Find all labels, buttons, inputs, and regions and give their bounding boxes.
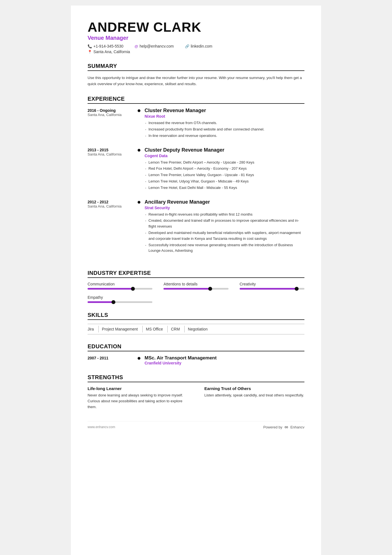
exp-left-0: 2016 - Ongoing Santa Ana, California: [88, 108, 136, 146]
skill-bar-fill-1: [163, 288, 210, 290]
exp-content-2: Ancillary Revenue Manager Strat Security…: [142, 199, 304, 255]
email-address: help@enhancv.com: [140, 44, 174, 48]
phone-icon: 📞: [88, 44, 92, 48]
education-title: EDUCATION: [88, 343, 304, 351]
skills-tags: JiraProject ManagementMS OfficeCRMNegoti…: [88, 324, 304, 334]
exp-dot-0: [138, 109, 140, 112]
candidate-name: ANDREW CLARK: [88, 19, 304, 35]
linkedin-icon: 🔗: [185, 44, 189, 48]
bullet-item: Red Fox Hotel, Delhi Airport – Aerocity …: [145, 166, 304, 172]
exp-role-2: Ancillary Revenue Manager: [145, 199, 304, 205]
skill-bar-item-2: Creativity: [240, 282, 304, 290]
education-section: EDUCATION 2007 - 2011 MSc. Air Transport…: [88, 343, 304, 365]
summary-title: SUMMARY: [88, 63, 304, 71]
skill-tag-0: Jira: [88, 326, 99, 332]
contact-row-1: 📞 +1-914-345-5530 @ help@enhancv.com 🔗 l…: [88, 44, 304, 48]
skill-bar-fill-2: [240, 288, 297, 290]
bullet-item: Reversed in-flight revenues into profita…: [145, 212, 304, 218]
skill-bar-fill-0: [88, 288, 133, 290]
edu-left-0: 2007 - 2011: [88, 355, 136, 365]
experience-grid: 2016 - Ongoing Santa Ana, California Clu…: [88, 108, 304, 261]
strength-text-0: Never done learning and always seeking t…: [88, 393, 188, 410]
candidate-title: Venue Manager: [88, 35, 304, 41]
exp-left-2: 2012 - 2012 Santa Ana, California: [88, 199, 136, 261]
exp-company-0: Nixue Root: [145, 114, 304, 119]
expertise-title: INDUSTRY EXPERTISE: [88, 270, 304, 278]
exp-content-1: Cluster Deputy Revenue Manager Cogent Da…: [142, 147, 304, 191]
strength-item-0: Life-long Learner Never done learning an…: [88, 386, 188, 410]
edu-dates-0: 2007 - 2011: [88, 355, 136, 360]
bullet-item: Lemon Tree Premier, Delhi Airport – Aero…: [145, 160, 304, 166]
skill-tag-4: Negotiation: [188, 326, 212, 332]
bullet-item: Lemon Tree Hotel, Udyog Vihar, Gurgaon -…: [145, 179, 304, 184]
skill-bar-label-2: Creativity: [240, 282, 304, 286]
skill-bar-item-1: Attentions to details: [163, 282, 228, 290]
experience-title: EXPERIENCE: [88, 96, 304, 104]
bullet-item: Developed and maintained mutually benefi…: [145, 230, 304, 242]
skill-bar-dot-3: [111, 300, 115, 304]
bullet-item: Successfully introduced new revenue gene…: [145, 242, 304, 254]
linkedin-url: linkedin.com: [191, 44, 212, 48]
skill-bar-track-3: [88, 301, 152, 303]
phone-number: +1-914-345-5530: [93, 44, 123, 48]
strengths-section: STRENGTHS Life-long Learner Never done l…: [88, 374, 304, 410]
skill-bar-label-1: Attentions to details: [163, 282, 228, 286]
edu-dot-0: [138, 357, 140, 360]
skill-tag-3: CRM: [171, 326, 185, 332]
exp-dates-0: 2016 - Ongoing: [88, 108, 136, 113]
skills-title: SKILLS: [88, 312, 304, 320]
exp-company-2: Strat Security: [145, 206, 304, 210]
skill-bar-label-0: Communication: [88, 282, 152, 286]
skill-tag-2: MS Office: [146, 326, 168, 332]
edu-content-0: MSc. Air Transport Management Cranfield …: [142, 355, 304, 365]
exp-bullets-2: Reversed in-flight revenues into profita…: [145, 212, 304, 254]
skill-bar-dot-2: [295, 287, 299, 291]
skills-section: SKILLS JiraProject ManagementMS OfficeCR…: [88, 312, 304, 334]
exp-role-0: Cluster Revenue Manager: [145, 108, 304, 114]
education-grid: 2007 - 2011 MSc. Air Transport Managemen…: [88, 355, 304, 365]
exp-bullets-1: Lemon Tree Premier, Delhi Airport – Aero…: [145, 160, 304, 191]
exp-bullets-0: Increased the revenue from OTA channels.…: [145, 120, 304, 139]
strength-title-1: Earning Trust of Others: [204, 386, 304, 391]
exp-dot-2: [138, 201, 140, 204]
skills-bars: Communication Attentions to details Crea…: [88, 282, 304, 303]
footer: www.enhancv.com Powered by ∞ Enhancv: [88, 421, 304, 430]
exp-dates-1: 2013 - 2015: [88, 147, 136, 152]
skill-bar-track-2: [240, 288, 304, 290]
strengths-grid: Life-long Learner Never done learning an…: [88, 386, 304, 410]
footer-website: www.enhancv.com: [88, 425, 115, 429]
brand-logo-icon: ∞: [285, 424, 288, 430]
skill-bar-item-0: Communication: [88, 282, 152, 290]
header: ANDREW CLARK Venue Manager 📞 +1-914-345-…: [88, 19, 304, 54]
edu-school-0: Cranfield University: [145, 361, 304, 365]
location-contact: 📍 Santa Ana, California: [88, 50, 130, 54]
exp-left-1: 2013 - 2015 Santa Ana, California: [88, 147, 136, 198]
email-icon: @: [135, 44, 138, 48]
exp-location-0: Santa Ana, California: [88, 113, 136, 117]
edu-degree-0: MSc. Air Transport Management: [145, 355, 304, 361]
skill-bar-fill-3: [88, 301, 113, 303]
footer-brand: Powered by ∞ Enhancv: [263, 424, 304, 430]
bullet-item: Increased the revenue from OTA channels.: [145, 120, 304, 126]
strengths-title: STRENGTHS: [88, 374, 304, 382]
expertise-section: INDUSTRY EXPERTISE Communication Attenti…: [88, 270, 304, 303]
summary-section: SUMMARY Use this opportunity to intrigue…: [88, 63, 304, 87]
skill-bar-dot-1: [208, 287, 212, 291]
summary-text: Use this opportunity to intrigue and dra…: [88, 75, 304, 87]
skill-bar-item-3: Empathy: [88, 295, 152, 303]
brand-name: Enhancv: [290, 425, 304, 429]
skill-bar-dot-0: [131, 287, 135, 291]
exp-content-0: Cluster Revenue Manager Nixue Root Incre…: [142, 108, 304, 139]
email-contact: @ help@enhancv.com: [135, 44, 174, 48]
contact-row-2: 📍 Santa Ana, California: [88, 50, 304, 54]
skill-tag-1: Project Management: [102, 326, 143, 332]
exp-location-1: Santa Ana, California: [88, 152, 136, 156]
bullet-item: Lemon Tree Premier, Leisure Valley, Gurg…: [145, 172, 304, 178]
exp-company-1: Cogent Data: [145, 154, 304, 158]
bullet-item: Lemon Tree Hotel, East Delhi Mall - Mids…: [145, 185, 304, 191]
strength-text-1: Listen attentively, speak candidly, and …: [204, 393, 304, 398]
exp-role-1: Cluster Deputy Revenue Manager: [145, 147, 304, 153]
bullet-item: Increased productivity from Brand websit…: [145, 127, 304, 132]
bullet-item: Created, documented and trained staff in…: [145, 218, 304, 230]
location-icon: 📍: [88, 50, 92, 54]
